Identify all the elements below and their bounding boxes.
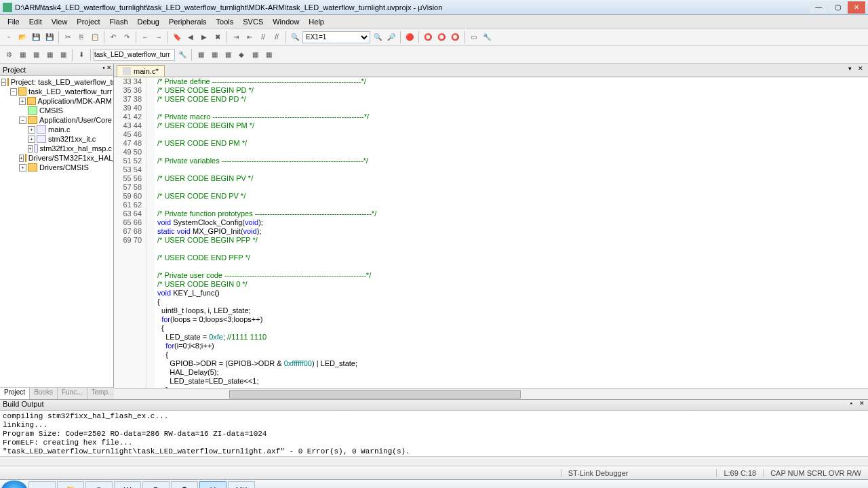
tree-group[interactable]: Drivers/STM32F1xx_HAL_Driver (28, 154, 113, 162)
tree-target[interactable]: task_LED_waterflow_turr (28, 87, 112, 96)
build-button[interactable]: ▦ (16, 49, 28, 61)
undo-button[interactable]: ↶ (107, 31, 119, 43)
build-scrollbar[interactable] (0, 456, 868, 466)
project-tree[interactable]: −Project: task_LED_waterflow_turnlight −… (0, 76, 113, 387)
new-button[interactable]: ▫ (3, 31, 15, 43)
code-content[interactable]: /* Private define ----------------------… (155, 77, 868, 388)
nav-back-button[interactable]: ← (139, 31, 151, 43)
panel-close-icon[interactable]: ▪ ✕ (102, 64, 112, 74)
manage6-button[interactable]: ▦ (262, 49, 275, 61)
start-button[interactable] (1, 481, 27, 489)
close-button[interactable]: ✕ (848, 1, 865, 14)
bookmark-next-button[interactable]: ▶ (198, 31, 210, 43)
inc-search-button[interactable]: 🔎 (385, 31, 397, 43)
taskbar-app1[interactable]: ⚙ (171, 481, 198, 489)
tree-file[interactable]: main.c (48, 125, 70, 134)
build-output-text[interactable]: compiling stm32f1xx_hal_flash_ex.c... li… (0, 411, 868, 456)
options-button[interactable]: 🔧 (176, 49, 189, 61)
rebuild-button[interactable]: ▦ (30, 49, 42, 61)
manage-button[interactable]: ▦ (195, 49, 207, 61)
taskbar-chrome[interactable]: ◉ (85, 481, 113, 489)
taskbar-word[interactable]: W (114, 481, 141, 489)
translate-button[interactable]: ⚙ (3, 49, 15, 61)
taskbar-uvision[interactable]: V (199, 481, 226, 489)
tab-books[interactable]: Books (30, 388, 58, 399)
maximize-button[interactable]: ▢ (829, 1, 846, 14)
bookmark-prev-button[interactable]: ◀ (184, 31, 197, 43)
minimize-button[interactable]: — (810, 1, 827, 14)
manage2-button[interactable]: ▦ (208, 49, 220, 61)
kill-breakpoint-button[interactable]: ⭕ (435, 31, 448, 43)
redo-button[interactable]: ↷ (121, 31, 133, 43)
bookmark-button[interactable]: 🔖 (171, 31, 183, 43)
menu-file[interactable]: File (3, 18, 24, 26)
open-button[interactable]: 📂 (16, 31, 28, 43)
target-select[interactable]: EX1=1 (302, 31, 370, 43)
config-button[interactable]: 🔧 (481, 31, 493, 43)
debug-button[interactable]: 🔴 (403, 31, 416, 43)
find-in-files-button[interactable]: 🔍 (372, 31, 384, 43)
save-all-button[interactable]: 💾 (43, 31, 56, 43)
menu-flash[interactable]: Flash (105, 18, 133, 26)
taskbar-ie[interactable]: e (28, 481, 56, 489)
tree-toggle[interactable]: + (28, 145, 33, 152)
tree-toggle[interactable]: + (19, 155, 24, 162)
panel-pin-icon[interactable]: ▪ (846, 400, 856, 409)
menu-view[interactable]: View (47, 18, 73, 26)
panel-close-icon[interactable]: ✕ (857, 400, 867, 409)
taskbar-ppt[interactable]: P (142, 481, 170, 489)
manage4-button[interactable]: ◆ (235, 49, 248, 61)
taskbar-cubemx[interactable]: MX (228, 481, 255, 489)
stop-build-button[interactable]: ▦ (57, 49, 69, 61)
tree-toggle[interactable]: + (28, 126, 35, 134)
cut-button[interactable]: ✂ (62, 31, 74, 43)
tree-file[interactable]: stm32f1xx_it.c (48, 135, 96, 143)
tab-project[interactable]: Project (0, 388, 30, 399)
menu-help[interactable]: Help (304, 18, 329, 26)
find-button[interactable]: 🔍 (289, 31, 301, 43)
tab-dropdown-icon[interactable]: ▾ (845, 65, 854, 75)
file-tab-main[interactable]: main.c* (117, 65, 165, 77)
tree-root[interactable]: Project: task_LED_waterflow_turnlight (11, 78, 113, 86)
menu-tools[interactable]: Tools (212, 18, 239, 26)
menu-peripherals[interactable]: Peripherals (164, 18, 212, 26)
window-button[interactable]: ▭ (467, 31, 479, 43)
menu-svcs[interactable]: SVCS (238, 18, 268, 26)
menu-window[interactable]: Window (268, 18, 304, 26)
copy-button[interactable]: ⎘ (75, 31, 87, 43)
comment-button[interactable]: // (257, 31, 269, 43)
manage3-button[interactable]: ▦ (222, 49, 234, 61)
code-editor[interactable]: 33 34 35 36 37 38 39 40 41 42 43 44 45 4… (114, 77, 868, 388)
tab-close-icon[interactable]: ✕ (856, 65, 865, 75)
paste-button[interactable]: 📋 (89, 31, 101, 43)
tree-toggle[interactable]: − (19, 117, 26, 124)
download-button[interactable]: ⬇ (75, 49, 87, 61)
save-button[interactable]: 💾 (30, 31, 42, 43)
tree-toggle[interactable]: − (10, 88, 17, 96)
disable-breakpoint-button[interactable]: ⭕ (449, 31, 461, 43)
tree-group[interactable]: CMSIS (39, 106, 63, 115)
tree-group[interactable]: Application/User/Core (39, 116, 112, 124)
batch-build-button[interactable]: ▦ (43, 49, 56, 61)
menu-edit[interactable]: Edit (24, 18, 47, 26)
tree-group[interactable]: Application/MDK-ARM (38, 97, 112, 105)
tree-toggle[interactable]: + (28, 136, 35, 143)
nav-fwd-button[interactable]: → (153, 31, 165, 43)
menu-project[interactable]: Project (72, 18, 104, 26)
uncomment-button[interactable]: // (271, 31, 283, 43)
tree-toggle[interactable]: + (19, 98, 26, 105)
tree-group[interactable]: Drivers/CMSIS (39, 163, 89, 171)
bookmark-clear-button[interactable]: ✖ (212, 31, 224, 43)
tree-toggle[interactable]: − (1, 79, 6, 86)
tab-functions[interactable]: Func... (58, 388, 87, 399)
breakpoint-button[interactable]: ⭕ (422, 31, 434, 43)
outdent-button[interactable]: ⇤ (243, 31, 256, 43)
tree-file[interactable]: stm32f1xx_hal_msp.c (40, 144, 112, 152)
target-input[interactable] (94, 49, 175, 61)
indent-button[interactable]: ⇥ (230, 31, 242, 43)
horizontal-scrollbar[interactable] (114, 388, 868, 399)
manage5-button[interactable]: ▦ (249, 49, 261, 61)
fold-column[interactable] (146, 77, 155, 388)
taskbar-explorer[interactable]: 📁 (57, 481, 84, 489)
scroll-thumb[interactable] (229, 390, 521, 399)
